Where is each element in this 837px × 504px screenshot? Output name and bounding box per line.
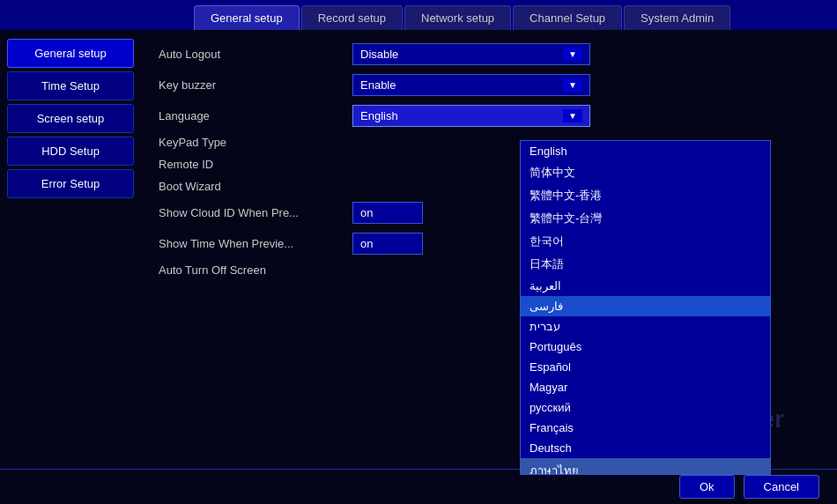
language-dropdown-list[interactable]: English简体中文繁體中文-香港繁體中文-台灣한국어日本語العربيةفا… [520, 140, 771, 475]
language-option-0[interactable]: English [521, 141, 770, 161]
language-arrow: ▼ [563, 109, 582, 122]
auto-logout-label: Auto Logout [159, 48, 352, 61]
language-option-6[interactable]: العربية [521, 276, 770, 296]
language-value: English [360, 109, 398, 122]
show-time-label: Show Time When Previe... [159, 237, 352, 250]
language-option-3[interactable]: 繁體中文-台灣 [521, 207, 770, 230]
show-time-select[interactable]: on [352, 233, 423, 255]
language-option-15[interactable]: ภาษาไทย [521, 458, 770, 475]
auto-logout-select[interactable]: Disable ▼ [352, 43, 590, 65]
sidebar: General setup Time Setup Screen setup HD… [0, 30, 141, 469]
language-option-11[interactable]: Magyar [521, 377, 770, 397]
language-option-9[interactable]: Português [521, 337, 770, 357]
language-option-5[interactable]: 日本語 [521, 253, 770, 276]
show-cloud-id-select[interactable]: on [352, 202, 423, 224]
sidebar-item-hdd-setup[interactable]: HDD Setup [7, 137, 134, 166]
language-label: Language [159, 109, 352, 122]
show-cloud-id-label: Show Cloud ID When Pre... [159, 206, 352, 219]
tab-general-setup[interactable]: General setup [194, 5, 300, 30]
remote-id-label: Remote ID [159, 158, 352, 171]
language-option-7[interactable]: فارسی [521, 296, 770, 316]
key-buzzer-value: Enable [360, 78, 396, 92]
tab-record-setup[interactable]: Record setup [301, 5, 403, 30]
show-time-value: on [360, 237, 373, 250]
language-option-2[interactable]: 繁體中文-香港 [521, 184, 770, 207]
sidebar-item-time-setup[interactable]: Time Setup [7, 71, 134, 100]
sidebar-item-screen-setup[interactable]: Screen setup [7, 104, 134, 133]
app-container: General setup Record setup Network setup… [0, 0, 837, 504]
language-dropdown[interactable]: English简体中文繁體中文-香港繁體中文-台灣한국어日本語العربيةفا… [520, 140, 771, 475]
language-option-1[interactable]: 简体中文 [521, 161, 770, 184]
language-option-13[interactable]: Français [521, 418, 770, 438]
auto-turn-off-label: Auto Turn Off Screen [159, 263, 352, 277]
language-option-14[interactable]: Deutsch [521, 438, 770, 458]
auto-logout-row: Auto Logout Disable ▼ [159, 43, 819, 65]
tab-channel-setup[interactable]: Channel Setup [513, 5, 622, 30]
keypad-type-label: KeyPad Type [159, 136, 352, 149]
language-option-8[interactable]: עברית [521, 316, 770, 337]
key-buzzer-label: Key buzzer [159, 78, 352, 92]
top-tab-bar: General setup Record setup Network setup… [0, 0, 837, 30]
language-select[interactable]: English ▼ [352, 105, 590, 127]
language-option-4[interactable]: 한국어 [521, 230, 770, 253]
auto-logout-value: Disable [360, 48, 398, 61]
boot-wizard-label: Boot Wizard [159, 180, 352, 193]
key-buzzer-select[interactable]: Enable ▼ [352, 74, 590, 96]
auto-logout-arrow: ▼ [563, 48, 582, 61]
sidebar-item-general-setup[interactable]: General setup [7, 39, 134, 68]
show-cloud-id-value: on [360, 206, 373, 219]
language-row: Language English ▼ [159, 105, 819, 127]
ok-button[interactable]: Ok [679, 475, 735, 499]
main-area: General setup Time Setup Screen setup HD… [0, 30, 837, 469]
key-buzzer-row: Key buzzer Enable ▼ [159, 74, 819, 96]
language-option-10[interactable]: Español [521, 357, 770, 377]
sidebar-item-error-setup[interactable]: Error Setup [7, 169, 134, 198]
language-option-12[interactable]: русский [521, 397, 770, 418]
tab-system-admin[interactable]: System Admin [624, 5, 730, 30]
key-buzzer-arrow: ▼ [563, 78, 582, 92]
cancel-button[interactable]: Cancel [744, 475, 819, 499]
content-panel: Auto Logout Disable ▼ Key buzzer Enable … [141, 30, 837, 469]
tab-network-setup[interactable]: Network setup [404, 5, 511, 30]
